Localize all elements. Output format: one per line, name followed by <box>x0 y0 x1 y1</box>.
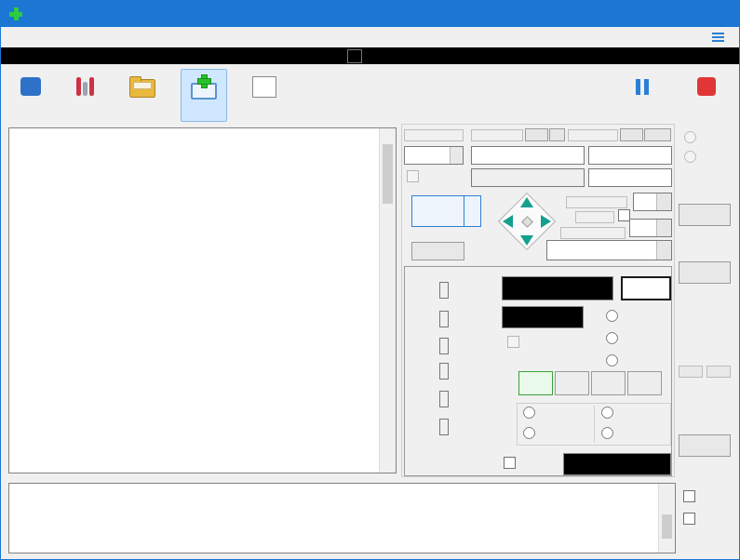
quick-button[interactable] <box>411 242 464 260</box>
scroll-thumb[interactable] <box>383 144 393 204</box>
minimize-button[interactable] <box>633 1 668 27</box>
stat-block-icon <box>439 419 449 435</box>
log-scrollbar[interactable] <box>658 484 675 553</box>
sound-checkbox[interactable] <box>683 490 699 502</box>
scroll-down-icon[interactable] <box>380 459 396 473</box>
log-entry <box>9 504 658 521</box>
end-lba-cur-button[interactable] <box>620 128 643 141</box>
ddd-api-checkbox-box[interactable] <box>507 336 519 348</box>
mode-read-radio-circle[interactable] <box>606 332 618 344</box>
hints-checkbox-box[interactable] <box>683 513 695 525</box>
start-lba-label <box>471 129 523 141</box>
block-size-select[interactable] <box>633 193 672 211</box>
defect-erase-radio-circle[interactable] <box>601 407 613 419</box>
play-button[interactable] <box>518 371 553 395</box>
mode-verify-radio-circle[interactable] <box>606 310 618 322</box>
grid-scrollbar[interactable] <box>379 128 396 473</box>
mode-write-radio-circle[interactable] <box>606 354 618 367</box>
defect-ignore-radio-circle[interactable] <box>523 407 535 419</box>
editor-button[interactable] <box>242 69 287 122</box>
scroll-down-icon[interactable] <box>659 539 675 553</box>
timer-checkbox-box[interactable] <box>407 170 419 182</box>
seek-up-icon[interactable] <box>520 197 533 207</box>
timer-checkbox[interactable] <box>407 170 423 182</box>
scroll-up-icon[interactable] <box>380 128 396 142</box>
seek-right-icon[interactable] <box>541 215 551 228</box>
defect-erase-radio[interactable] <box>601 407 617 419</box>
api-radio[interactable] <box>684 131 700 143</box>
ddd-api-checkbox[interactable] <box>507 336 523 348</box>
stat-block-icon <box>439 338 449 354</box>
stat-row-600ms <box>410 390 502 408</box>
spin-down-icon[interactable] <box>451 155 463 164</box>
sound-checkbox-box[interactable] <box>683 490 695 502</box>
recall-button[interactable] <box>679 261 731 284</box>
scan-button[interactable] <box>411 195 464 227</box>
seek-in-button[interactable] <box>591 371 626 395</box>
stat-block-icon <box>439 363 449 380</box>
defect-repair-radio-circle[interactable] <box>523 427 535 439</box>
start-lba-cur-button[interactable] <box>525 128 548 141</box>
testing-button[interactable] <box>181 69 227 122</box>
list-icon <box>712 33 724 43</box>
pio-radio[interactable] <box>684 151 700 163</box>
mode-verify-radio[interactable] <box>606 310 622 322</box>
grid-checkbox[interactable] <box>504 457 525 469</box>
passport-button[interactable] <box>679 434 731 457</box>
stop-button[interactable] <box>687 69 726 122</box>
mini-button-2[interactable] <box>706 366 731 378</box>
smart-button[interactable] <box>66 69 104 122</box>
stat-row-50ms <box>410 337 502 355</box>
defect-refresh-radio[interactable] <box>601 427 617 439</box>
seek-down-icon[interactable] <box>520 235 533 246</box>
end-time-label <box>404 129 464 141</box>
end-time-spinner[interactable] <box>404 146 464 165</box>
scroll-thumb[interactable] <box>662 514 672 539</box>
title-bar[interactable] <box>1 1 739 27</box>
bottom-area <box>1 479 740 560</box>
sleep-button[interactable] <box>679 204 731 226</box>
scroll-up-icon[interactable] <box>659 484 675 498</box>
maximize-button[interactable] <box>668 1 704 27</box>
close-button[interactable] <box>704 1 739 27</box>
mini-button-1[interactable] <box>679 366 703 378</box>
log-entry <box>9 487 658 504</box>
start-lba-input[interactable] <box>471 146 585 165</box>
grid-checkbox-box[interactable] <box>504 457 516 469</box>
log-rows <box>9 487 658 538</box>
info-button[interactable] <box>10 69 51 122</box>
end-lba-input-2[interactable] <box>588 168 672 187</box>
pio-radio-circle[interactable] <box>684 151 696 163</box>
journals-button[interactable] <box>119 69 166 122</box>
auto-label <box>575 211 614 223</box>
step-back-button[interactable] <box>555 371 589 395</box>
toolbar <box>1 64 739 122</box>
dropdown-icon[interactable] <box>656 193 671 210</box>
scan-stats-panel <box>404 266 672 476</box>
spin-up-icon[interactable] <box>451 147 463 155</box>
log-entry <box>9 521 658 538</box>
scan-dropdown-button[interactable] <box>464 195 481 227</box>
start-lba-zero-button[interactable] <box>549 128 565 141</box>
end-lba-input[interactable] <box>588 146 672 165</box>
hints-checkbox[interactable] <box>683 513 699 525</box>
defect-repair-radio[interactable] <box>523 427 539 439</box>
defect-refresh-radio-circle[interactable] <box>601 427 613 439</box>
dropdown-icon[interactable] <box>656 220 671 236</box>
device-tab-close-icon[interactable] <box>347 49 362 63</box>
buffer-view-button[interactable] <box>712 33 730 43</box>
pause-button[interactable] <box>626 69 659 122</box>
spinner-buttons[interactable] <box>450 147 463 164</box>
mode-write-radio[interactable] <box>606 354 622 367</box>
defect-ignore-radio[interactable] <box>523 407 539 419</box>
timeout-select[interactable] <box>629 219 672 237</box>
timer-input[interactable] <box>471 168 585 187</box>
test-controls-panel <box>401 124 675 477</box>
end-lba-max-button[interactable] <box>644 128 671 141</box>
dropdown-icon[interactable] <box>656 241 671 260</box>
after-action-select[interactable] <box>546 240 672 260</box>
seek-out-button[interactable] <box>627 371 662 395</box>
mode-read-radio[interactable] <box>606 332 622 344</box>
seek-left-icon[interactable] <box>503 215 513 228</box>
api-radio-circle[interactable] <box>684 131 696 143</box>
